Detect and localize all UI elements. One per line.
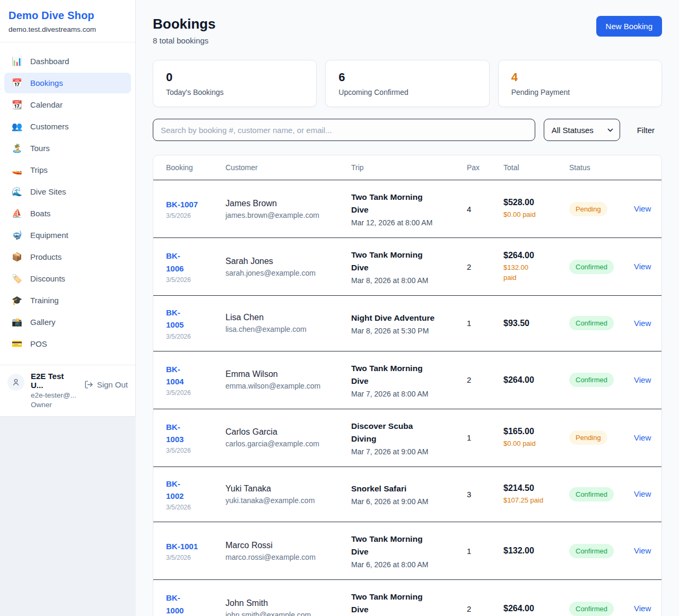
sidebar-item-dive-sites[interactable]: 🌊 Dive Sites	[4, 181, 131, 202]
new-booking-button[interactable]: New Booking	[596, 16, 662, 37]
status-badge: Confirmed	[569, 544, 614, 558]
filter-row: All Statuses Filter	[153, 119, 662, 141]
paid-amount: $0.00 paid	[503, 438, 561, 449]
status-cell: Confirmed	[569, 260, 634, 274]
total-cell: $165.00 $0.00 paid	[503, 427, 569, 449]
stat-card-pending-payment: 4 Pending Payment	[498, 60, 662, 107]
booking-id-link[interactable]: BK- 1002	[166, 478, 184, 503]
customer-name: John Smith	[225, 599, 343, 608]
stat-card-upcoming-confirmed: 6 Upcoming Confirmed	[325, 60, 489, 107]
credit-card-icon: 💳	[12, 339, 22, 349]
sidebar-item-label: Dashboard	[30, 57, 69, 66]
pax-cell: 1	[467, 319, 503, 328]
booking-date: 3/5/2026	[166, 389, 217, 397]
column-header-customer: Customer	[225, 163, 351, 172]
booking-id-link[interactable]: BK- 1003	[166, 421, 184, 446]
total-cell: $214.50 $107.25 paid	[503, 483, 569, 506]
sidebar-item-tours[interactable]: 🏝️ Tours	[4, 138, 131, 159]
customer-cell: Carlos Garcia carlos.garcia@example.com	[225, 427, 351, 448]
sign-out-label: Sign Out	[97, 380, 128, 389]
status-badge: Pending	[569, 202, 607, 216]
paid-amount: $132.00 paid	[503, 262, 561, 283]
sidebar-item-pos[interactable]: 💳 POS	[4, 333, 131, 354]
sidebar-item-discounts[interactable]: 🏷️ Discounts	[4, 268, 131, 289]
trip-date: Mar 6, 2026 at 8:00 AM	[351, 560, 458, 569]
view-link[interactable]: View	[634, 489, 651, 498]
status-cell: Confirmed	[569, 544, 634, 558]
booking-date: 3/5/2026	[166, 333, 217, 340]
customer-name: Yuki Tanaka	[225, 484, 343, 494]
sidebar-item-equipment[interactable]: 🤿 Equipment	[4, 225, 131, 245]
trip-name: Two Tank Morning Dive	[351, 362, 458, 388]
pax-cell: 1	[467, 547, 503, 556]
view-link[interactable]: View	[634, 204, 651, 213]
bookings-calendar-icon: 📅	[12, 78, 22, 88]
booking-id-link[interactable]: BK- 1005	[166, 306, 184, 331]
customer-cell: Sarah Jones sarah.jones@example.com	[225, 257, 351, 277]
sidebar-item-gallery[interactable]: 📸 Gallery	[4, 312, 131, 332]
pax-cell: 1	[467, 433, 503, 442]
view-link[interactable]: View	[634, 319, 651, 328]
page-subtitle: 8 total bookings	[153, 36, 215, 45]
booking-cell: BK- 1004 3/5/2026	[166, 363, 225, 397]
view-link[interactable]: View	[634, 546, 651, 555]
sidebar-item-products[interactable]: 📦 Products	[4, 247, 131, 267]
sidebar-item-customers[interactable]: 👥 Customers	[4, 116, 131, 137]
booking-id-link[interactable]: BK- 1004	[166, 363, 184, 388]
booking-id-link[interactable]: BK-1001	[166, 540, 198, 552]
calendar-icon: 📆	[12, 100, 22, 110]
wave-icon: 🌊	[12, 187, 22, 197]
view-link[interactable]: View	[634, 262, 651, 271]
trip-date: Mar 6, 2026 at 9:00 AM	[351, 497, 458, 506]
filter-button[interactable]: Filter	[637, 126, 655, 135]
stat-value: 0	[166, 71, 303, 84]
search-input[interactable]	[153, 119, 535, 141]
avatar	[7, 374, 24, 391]
sidebar-item-label: Bookings	[30, 78, 63, 87]
app-root: Demo Dive Shop demo.test.divestreams.com…	[0, 0, 679, 616]
trip-name: Two Tank Morning Dive	[351, 591, 458, 616]
customer-name: James Brown	[225, 199, 343, 208]
sidebar-item-dashboard[interactable]: 📊 Dashboard	[4, 51, 131, 72]
view-link[interactable]: View	[634, 433, 651, 442]
booking-id-link[interactable]: BK-1007	[166, 198, 198, 210]
user-email: e2e-tester@...	[31, 391, 78, 399]
status-select[interactable]: All Statuses	[544, 119, 620, 141]
sidebar-item-boats[interactable]: ⛵ Boats	[4, 203, 131, 224]
view-link[interactable]: View	[634, 604, 651, 613]
sidebar-item-training[interactable]: 🎓 Training	[4, 290, 131, 311]
actions-cell: View	[634, 204, 661, 214]
sidebar-item-label: Training	[30, 296, 59, 305]
status-cell: Confirmed	[569, 373, 634, 387]
customer-email: marco.rossi@example.com	[225, 553, 343, 561]
total-amount: $132.00	[503, 546, 561, 556]
brand-name: Demo Dive Shop	[8, 10, 127, 22]
booking-id-link[interactable]: BK- 1000	[166, 592, 184, 616]
total-cell: $528.00 $0.00 paid	[503, 198, 569, 220]
status-badge: Pending	[569, 430, 607, 445]
booking-cell: BK- 1003 3/5/2026	[166, 421, 225, 455]
sign-out-button[interactable]: Sign Out	[84, 380, 128, 389]
stat-value: 6	[338, 71, 476, 84]
booking-cell: BK- 1006 3/5/2026	[166, 250, 225, 284]
table-header-row: Booking Customer Trip Pax Total Status	[153, 155, 661, 180]
table-row: BK-1007 3/5/2026 James Brown james.brown…	[153, 180, 661, 237]
sidebar-item-bookings[interactable]: 📅 Bookings	[4, 73, 131, 93]
trip-date: Mar 7, 2026 at 9:00 AM	[351, 447, 458, 456]
view-link[interactable]: View	[634, 375, 651, 384]
trip-cell: Two Tank Morning Dive Mar 7, 2026 at 8:0…	[351, 362, 467, 398]
total-cell: $264.00	[503, 375, 569, 385]
sidebar-item-calendar[interactable]: 📆 Calendar	[4, 94, 131, 115]
sidebar-item-trips[interactable]: 🚤 Trips	[4, 160, 131, 180]
customer-cell: Emma Wilson emma.wilson@example.com	[225, 369, 351, 390]
actions-cell: View	[634, 319, 661, 328]
column-header-pax: Pax	[467, 163, 503, 172]
booking-id-link[interactable]: BK- 1006	[166, 250, 184, 275]
customer-email: emma.wilson@example.com	[225, 382, 343, 390]
trip-cell: Night Dive Adventure Mar 8, 2026 at 5:30…	[351, 312, 467, 335]
trip-name: Two Tank Morning Dive	[351, 191, 458, 216]
total-amount: $214.50	[503, 483, 561, 493]
brand[interactable]: Demo Dive Shop demo.test.divestreams.com	[0, 0, 135, 42]
customer-cell: Marco Rossi marco.rossi@example.com	[225, 541, 351, 561]
customer-cell: Lisa Chen lisa.chen@example.com	[225, 313, 351, 333]
